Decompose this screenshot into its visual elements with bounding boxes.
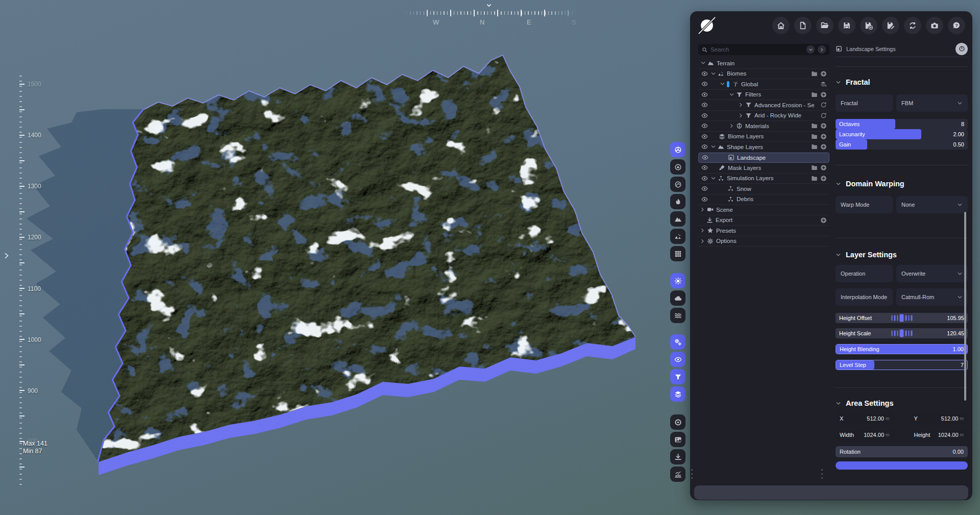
chevron-right-icon[interactable]	[700, 228, 705, 233]
folder-icon[interactable]	[811, 133, 818, 140]
eye-icon[interactable]	[702, 154, 708, 161]
tree-row-materials[interactable]: Materials	[698, 121, 829, 132]
section-layer-settings[interactable]: Layer Settings	[836, 251, 968, 259]
height-offset-scrubber[interactable]: Height Offset 105.95	[836, 313, 968, 323]
chevron-down-icon[interactable]	[700, 60, 706, 66]
area-x-field[interactable]: X 512.00 m	[836, 413, 894, 424]
toggle-auto-process[interactable]	[670, 334, 685, 350]
chevron-right-icon[interactable]	[729, 123, 734, 129]
eye-icon[interactable]	[701, 143, 708, 150]
panel-expand-chevron-icon[interactable]	[3, 251, 10, 260]
tree-row-mask-layers[interactable]: Mask Layers	[698, 163, 829, 174]
save-button[interactable]	[838, 17, 855, 34]
tool-record[interactable]	[670, 414, 685, 430]
tree-row-terrain[interactable]: Terrain	[698, 58, 829, 69]
warp-mode-select[interactable]: None	[896, 196, 968, 213]
eye-icon[interactable]	[701, 112, 708, 119]
eye-icon[interactable]	[701, 175, 708, 182]
add-icon[interactable]	[820, 175, 827, 182]
tree-row-landscape-selected[interactable]: Landscape	[698, 153, 829, 163]
chevron-down-icon[interactable]	[710, 144, 716, 150]
toggle-clouds[interactable]	[670, 290, 685, 306]
octaves-slider[interactable]: Octaves 8	[836, 119, 968, 129]
open-file-button[interactable]	[816, 17, 834, 34]
eye-icon[interactable]	[701, 91, 708, 98]
help-button[interactable]	[948, 17, 965, 34]
toggle-filters[interactable]	[670, 369, 685, 384]
screenshot-button[interactable]	[926, 17, 943, 34]
area-y-field[interactable]: Y 512.00 m	[910, 413, 968, 424]
section-fractal[interactable]: Fractal	[836, 78, 968, 86]
tree-row-biome-layers[interactable]: Biome Layers	[698, 132, 829, 142]
section-domain-warping[interactable]: Domain Warping	[836, 180, 968, 188]
tool-grid[interactable]	[670, 246, 685, 261]
add-icon[interactable]	[820, 133, 827, 140]
operation-select[interactable]: Overwrite	[896, 265, 968, 282]
interpolation-select[interactable]: Catmull-Rom	[896, 288, 968, 306]
add-icon[interactable]	[820, 217, 827, 224]
add-icon[interactable]	[820, 91, 827, 98]
tree-row-filters[interactable]: Filters	[698, 90, 829, 101]
folder-icon[interactable]	[811, 91, 818, 98]
refresh-icon[interactable]	[820, 112, 827, 119]
settings-scrollbar[interactable]	[964, 212, 966, 401]
section-area-settings[interactable]: Area Settings	[836, 399, 968, 407]
chevron-down-icon[interactable]	[710, 71, 716, 77]
home-button[interactable]	[772, 17, 790, 34]
search-input[interactable]	[710, 46, 803, 53]
gain-slider[interactable]: Gain 0.50	[836, 139, 968, 150]
area-height-field[interactable]: Height 1024.00 m	[910, 430, 968, 440]
new-file-button[interactable]	[794, 17, 812, 34]
toggle-visibility[interactable]	[670, 352, 685, 367]
chevron-right-icon[interactable]	[700, 207, 705, 212]
search-bar[interactable]	[698, 44, 829, 55]
tree-row-presets[interactable]: Presets	[698, 226, 829, 236]
tool-statistics[interactable]	[670, 467, 685, 482]
lacunarity-slider[interactable]: Lacunarity 2.00	[836, 129, 968, 139]
height-scale-scrubber[interactable]: Height Scale 120.45	[836, 328, 968, 338]
eye-icon[interactable]	[701, 122, 708, 129]
tree-row-biomes[interactable]: Biomes	[698, 69, 829, 80]
tree-row-arid-rocky-wide[interactable]: Arid - Rocky Wide	[698, 111, 829, 121]
tree-row-advanced-erosion[interactable]: Advanced Erosion - Se	[698, 100, 829, 111]
area-width-field[interactable]: Width 1024.00 m	[836, 430, 894, 440]
level-step-slider[interactable]: Level Step 7	[836, 360, 968, 370]
chevron-down-icon[interactable]	[729, 92, 734, 97]
compass-bar[interactable]: W N E S	[403, 5, 577, 26]
tree-row-simulation-layers[interactable]: Simulation Layers	[698, 174, 829, 184]
folder-icon[interactable]	[811, 164, 818, 171]
eye-icon[interactable]	[701, 70, 708, 77]
eye-icon[interactable]	[701, 164, 708, 171]
tool-export-image[interactable]	[670, 449, 685, 464]
chevron-right-icon[interactable]	[738, 113, 744, 118]
tree-row-scene[interactable]: Scene	[698, 205, 829, 215]
bottom-status-strip[interactable]	[694, 485, 968, 500]
add-icon[interactable]	[820, 164, 827, 171]
height-blending-slider[interactable]: Height Blending 1.00	[836, 344, 968, 354]
eye-icon[interactable]	[701, 196, 708, 203]
tree-row-global[interactable]: Global	[698, 79, 829, 90]
panel-resize-handle[interactable]	[691, 467, 693, 480]
save-edit-button[interactable]	[882, 17, 899, 34]
chevron-right-icon[interactable]	[700, 238, 705, 244]
add-icon[interactable]	[820, 122, 827, 129]
tool-mountain[interactable]	[670, 211, 685, 227]
rotation-field[interactable]: Rotation 0.00	[836, 446, 968, 457]
eye-icon[interactable]	[701, 81, 708, 87]
eye-icon[interactable]	[701, 102, 708, 108]
tree-row-shape-layers[interactable]: Shape Layers	[698, 142, 829, 153]
tree-row-options[interactable]: Options	[698, 236, 829, 247]
eye-icon[interactable]	[701, 133, 708, 140]
sync-button[interactable]	[904, 17, 921, 34]
chevron-right-icon[interactable]	[738, 102, 744, 108]
folder-icon[interactable]	[811, 175, 818, 182]
eye-icon[interactable]	[701, 185, 708, 192]
chevron-down-icon[interactable]	[720, 81, 725, 87]
collapse-all-button[interactable]	[806, 45, 815, 54]
expand-all-button[interactable]	[818, 45, 826, 54]
layers-add-icon[interactable]	[820, 81, 827, 87]
toggle-fog[interactable]	[670, 308, 685, 323]
split-resize-handle[interactable]	[821, 467, 823, 480]
chevron-down-icon[interactable]	[710, 176, 716, 181]
layer-enable-toggle[interactable]	[955, 43, 968, 55]
